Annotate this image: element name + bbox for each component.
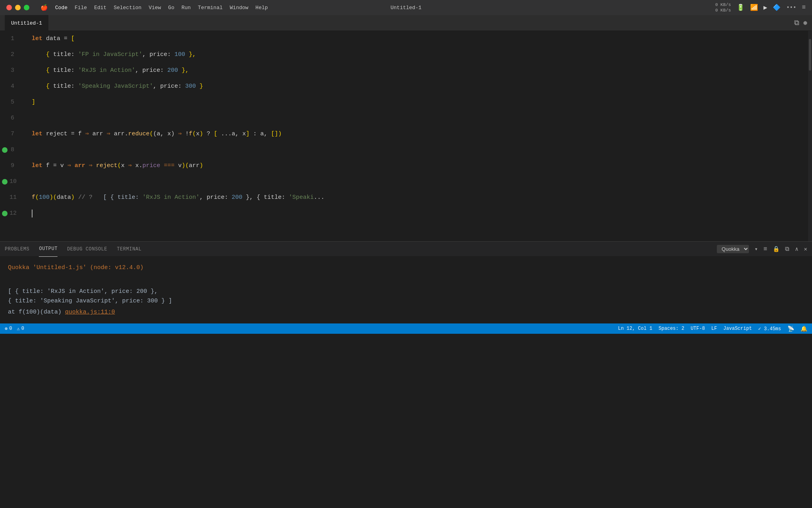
code-line-7: let reject = f ⇒ arr ⇒ arr.reduce((a, x)… xyxy=(32,126,812,142)
menu-file[interactable]: File xyxy=(75,5,87,11)
eol[interactable]: LF xyxy=(711,326,717,331)
line-numbers: 1 2 3 4 5 6 7 8 9 10 11 12 xyxy=(10,31,27,241)
output-at-line: at f(100)(data) quokka.js:11:0 xyxy=(8,308,804,317)
menu-bar: 🍎 Code File Edit Selection View Go Run T… xyxy=(40,4,268,12)
panel-controls: Quokka ▾ ≡ 🔒 ⧉ ∧ ✕ xyxy=(717,245,807,253)
finder-icon: 🔷 xyxy=(773,4,781,12)
panel-tab-bar: PROBLEMS OUTPUT DEBUG CONSOLE TERMINAL Q… xyxy=(0,242,812,257)
warning-count[interactable]: ⚠ 0 xyxy=(17,326,24,332)
tab-modified-dot xyxy=(803,21,807,25)
warning-icon: ⚠ xyxy=(17,326,19,332)
menu-selection[interactable]: Selection xyxy=(114,5,142,11)
gutter-dot-9 xyxy=(2,179,8,185)
window-title: Untitled-1 xyxy=(391,5,421,11)
notification-icon[interactable]: 🔔 xyxy=(801,325,807,332)
code-line-10 xyxy=(32,174,812,190)
split-editor-icon[interactable]: ⧉ xyxy=(794,19,799,27)
titlebar-right: 0 KB/s 0 KB/s 🔋 📶 ▶ 🔷 ••• ≡ xyxy=(715,2,806,13)
output-result-line2: { title: 'Speaking JavaScript', price: 3… xyxy=(8,296,804,306)
tab-untitled1[interactable]: Untitled-1 xyxy=(5,15,48,31)
output-header-line: Quokka 'Untitled-1.js' (node: v12.4.0) xyxy=(8,263,804,273)
editor-scrollbar[interactable] xyxy=(808,31,812,241)
code-line-4: { title: 'Speaking JavaScript', price: 3… xyxy=(32,79,812,94)
copy-icon[interactable]: ⧉ xyxy=(785,246,789,253)
code-line-2: { title: 'FP in JavaScript', price: 100 … xyxy=(32,47,812,63)
tab-problems[interactable]: PROBLEMS xyxy=(5,242,29,257)
cursor-position[interactable]: Ln 12, Col 1 xyxy=(618,326,652,331)
output-at-text: at f(100)(data) xyxy=(8,309,65,316)
chevron-down-icon: ▾ xyxy=(755,246,758,252)
editor-area[interactable]: 1 2 3 4 5 6 7 8 9 10 11 12 let data = [ … xyxy=(0,31,812,241)
output-source-dropdown[interactable]: Quokka xyxy=(717,245,749,253)
code-line-3: { title: 'RxJS in Action', price: 200 }, xyxy=(32,63,812,79)
scroll-up-icon[interactable]: ∧ xyxy=(795,246,798,252)
gutter-dot-7 xyxy=(2,147,8,153)
language-mode[interactable]: JavaScript xyxy=(723,326,752,331)
menu-code[interactable]: 🍎 xyxy=(40,4,48,12)
status-right: Ln 12, Col 1 Spaces: 2 UTF-8 LF JavaScri… xyxy=(618,325,807,332)
indentation[interactable]: Spaces: 2 xyxy=(659,326,684,331)
menu-terminal[interactable]: Terminal xyxy=(198,5,222,11)
list-icon[interactable]: ≡ xyxy=(802,4,806,11)
output-file-link[interactable]: quokka.js:11:0 xyxy=(65,309,115,316)
network-info: 0 KB/s 0 KB/s xyxy=(715,2,731,13)
gutter-column xyxy=(0,31,10,241)
code-line-6 xyxy=(32,110,812,126)
titlebar-left: 🍎 Code File Edit Selection View Go Run T… xyxy=(6,4,268,12)
status-left: ⊗ 0 ⚠ 0 xyxy=(5,326,24,332)
lock-icon[interactable]: 🔒 xyxy=(773,246,779,252)
menu-run[interactable]: Run xyxy=(182,5,191,11)
battery-icon: 🔋 xyxy=(737,4,745,12)
tab-label: Untitled-1 xyxy=(11,20,42,26)
minimize-button[interactable] xyxy=(15,5,21,10)
menu-code-label[interactable]: Code xyxy=(55,5,67,11)
tab-bar: Untitled-1 ⧉ xyxy=(0,15,812,31)
perf-indicator: ✓ 3.45ms xyxy=(758,326,781,332)
output-content: Quokka 'Untitled-1.js' (node: v12.4.0) [… xyxy=(0,257,812,323)
play-icon: ▶ xyxy=(764,4,768,12)
panel: PROBLEMS OUTPUT DEBUG CONSOLE TERMINAL Q… xyxy=(0,241,812,323)
status-bar: ⊗ 0 ⚠ 0 Ln 12, Col 1 Spaces: 2 UTF-8 LF … xyxy=(0,323,812,334)
tab-debug-console[interactable]: DEBUG CONSOLE xyxy=(67,242,107,257)
gutter-dot-11 xyxy=(2,211,8,216)
menu-go[interactable]: Go xyxy=(168,5,174,11)
error-icon: ⊗ xyxy=(5,326,8,332)
code-line-12 xyxy=(32,206,812,221)
menu-window[interactable]: Window xyxy=(230,5,249,11)
wifi-icon: 📶 xyxy=(750,4,758,12)
menu-help[interactable]: Help xyxy=(255,5,268,11)
code-line-9: let f = v ⇒ arr ⇒ reject(x ⇒ x.price ===… xyxy=(32,158,812,174)
maximize-button[interactable] xyxy=(24,5,29,10)
error-count[interactable]: ⊗ 0 xyxy=(5,326,12,332)
code-editor[interactable]: let data = [ { title: 'FP in JavaScript'… xyxy=(27,31,812,241)
close-button[interactable] xyxy=(6,5,12,10)
code-line-11: f(100)(data) // ? [ { title: 'RxJS in Ac… xyxy=(32,190,812,206)
titlebar: 🍎 Code File Edit Selection View Go Run T… xyxy=(0,0,812,15)
scrollbar-thumb[interactable] xyxy=(809,39,811,71)
tab-output[interactable]: OUTPUT xyxy=(39,242,57,257)
code-line-1: let data = [ xyxy=(32,31,812,47)
code-line-8 xyxy=(32,142,812,158)
code-line-5: ] xyxy=(32,94,812,110)
close-panel-icon[interactable]: ✕ xyxy=(804,246,807,252)
menu-edit[interactable]: Edit xyxy=(94,5,106,11)
tab-terminal[interactable]: TERMINAL xyxy=(117,242,142,257)
output-result-line1: [ { title: 'RxJS in Action', price: 200 … xyxy=(8,287,804,296)
menu-view[interactable]: View xyxy=(149,5,161,11)
encoding[interactable]: UTF-8 xyxy=(691,326,705,331)
list-filter-icon[interactable]: ≡ xyxy=(764,246,768,253)
more-icon[interactable]: ••• xyxy=(786,4,796,11)
broadcast-icon[interactable]: 📡 xyxy=(787,325,794,332)
